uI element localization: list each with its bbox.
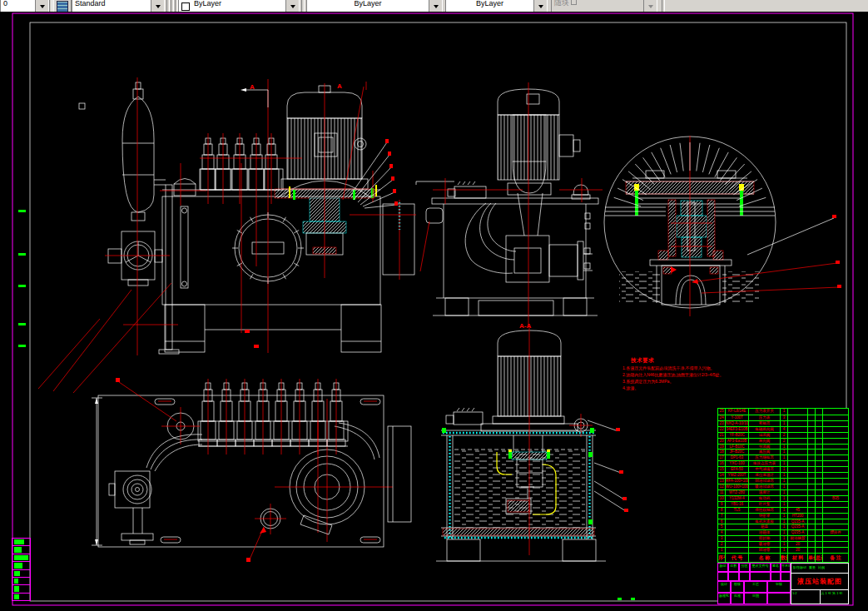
table-cell: 7	[718, 513, 726, 519]
table-cell: 1	[781, 507, 788, 513]
table-cell: 弹性联轴器	[749, 507, 781, 513]
table-cell: 11	[718, 489, 726, 495]
toolbar-separator	[301, 0, 305, 12]
table-cell: TL5	[726, 507, 749, 513]
table-cell	[788, 484, 808, 489]
table-cell: 1	[781, 489, 788, 495]
table-cell	[823, 449, 848, 455]
table-cell	[816, 466, 823, 472]
table-cell	[788, 460, 808, 466]
table-cell: 溢流阀	[749, 432, 781, 438]
parts-list-header-row: 序号代 号名 称数量材 料单件总计备 注	[718, 553, 848, 562]
table-cell: 回油过滤器	[749, 478, 781, 484]
chevron-down-icon[interactable]	[35, 0, 48, 12]
table-cell: 数量	[781, 553, 788, 562]
table-row: 19LF-B10C节流阀1	[718, 444, 848, 450]
table-cell: HT200	[788, 513, 808, 519]
table-cell	[808, 409, 816, 415]
table-cell: 1	[781, 541, 788, 547]
table-cell: 45	[788, 507, 808, 513]
table-cell	[816, 449, 823, 455]
table-cell: WTZ-280	[726, 489, 749, 495]
table-row: 16YXC-100电接点压力表1	[718, 460, 848, 466]
table-cell	[816, 415, 823, 420]
table-cell: EF4-50	[726, 466, 749, 472]
view-front-elevation: A A	[38, 77, 416, 393]
table-cell	[808, 535, 816, 541]
table-cell: 3	[781, 415, 788, 420]
tb-cell: 分区	[739, 563, 750, 572]
table-cell: YF-B20C	[726, 432, 749, 438]
chevron-down-icon[interactable]	[429, 0, 442, 12]
scale-value: 1:2	[791, 590, 821, 604]
color-combo[interactable]: ByLayer	[178, 0, 300, 12]
table-cell	[788, 466, 808, 472]
table-cell	[808, 529, 816, 535]
table-cell	[816, 529, 823, 535]
toolbar-separator	[662, 0, 665, 12]
table-cell	[808, 501, 816, 507]
corner-strip-table	[12, 538, 31, 601]
table-cell: 18	[718, 449, 726, 455]
table-cell: 6	[718, 519, 726, 524]
style-value: Standard	[72, 0, 151, 7]
title-block-signature-grid: 设计 校核 工艺 审核 标准化 批准 日期	[717, 581, 791, 604]
table-cell: 1	[781, 409, 788, 415]
table-cell	[823, 513, 848, 519]
table-cell	[726, 519, 749, 524]
table-cell: 23	[718, 420, 726, 426]
table-cell: 1	[781, 460, 788, 466]
table-cell: 8	[718, 507, 726, 513]
chevron-down-icon[interactable]	[151, 0, 164, 12]
table-cell	[788, 420, 808, 426]
table-cell	[816, 524, 823, 529]
table-cell: 1	[781, 501, 788, 507]
view-side-elevation	[416, 82, 603, 326]
table-cell: 备 注	[823, 553, 848, 562]
table-cell: YB1-16	[726, 501, 749, 507]
table-row: 23NXQ-A-10/10-L蓄能器1	[718, 420, 848, 426]
lineweight-value: ByLayer	[446, 0, 533, 7]
table-cell	[823, 478, 848, 484]
table-cell: 12	[718, 484, 726, 489]
table-cell: 3	[718, 535, 726, 541]
table-row: 20AF3-Ea10B单向阀2	[718, 438, 848, 444]
note-line: 1.各液压元件装配前必须清洗干净,不得带入污物。	[622, 365, 747, 371]
linetype-combo[interactable]: ByLayer	[306, 0, 443, 12]
table-cell	[816, 535, 823, 541]
table-cell: 序号	[718, 553, 726, 562]
table-cell: 1	[781, 547, 788, 553]
lineweight-combo[interactable]: ByLayer	[445, 0, 548, 12]
drawing-title: 液压站装配图	[791, 574, 848, 590]
chevron-down-icon[interactable]	[533, 0, 547, 12]
table-row: 8TL5弹性联轴器145	[718, 507, 848, 513]
table-cell	[808, 524, 816, 529]
tb-cell: 日期	[744, 593, 767, 604]
table-cell	[726, 535, 749, 541]
table-cell: 16	[718, 460, 726, 466]
table-cell: 密封垫	[749, 535, 781, 541]
toolbar-separator	[171, 0, 174, 12]
section-label-a-right: A	[337, 82, 342, 90]
table-cell: AF3-Ea10B	[726, 438, 749, 444]
table-row: 9YB1-16叶片泵1	[718, 501, 848, 507]
table-row: 10Y132M-4电动机1B35	[718, 495, 848, 501]
table-cell	[816, 489, 823, 495]
layers-button[interactable]	[53, 0, 72, 12]
table-cell: 20	[788, 547, 808, 553]
table-cell	[788, 501, 808, 507]
strip-row	[12, 578, 30, 585]
chevron-down-icon[interactable]	[285, 0, 299, 12]
table-cell	[816, 547, 823, 553]
table-cell	[808, 513, 816, 519]
table-cell	[808, 426, 816, 432]
layer-combo[interactable]: 0	[0, 0, 49, 12]
parts-list-table: 25KF-L8/14E压力表开关124Y-100T压力表323NXQ-A-10/…	[717, 408, 849, 563]
tech-notes: 技术要求 1.各液压元件装配前必须清洗干净,不得带入污物。2.油箱内注入N46抗…	[622, 357, 747, 391]
text-style-combo[interactable]: Standard	[72, 0, 165, 12]
table-cell	[816, 507, 823, 513]
table-row: 2234EF3-E10B电磁换向阀4	[718, 426, 848, 432]
table-cell	[788, 455, 808, 460]
table-cell: 1	[781, 513, 788, 519]
table-cell: 22	[718, 426, 726, 432]
